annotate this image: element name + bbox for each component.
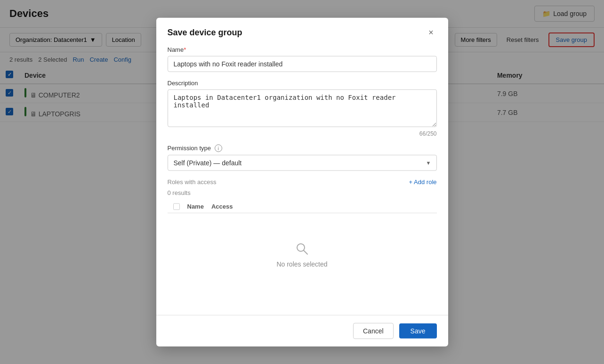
col-name-label: Name (187, 203, 204, 210)
roles-select-all-checkbox[interactable] (173, 203, 180, 210)
modal-header: Save device group × (156, 17, 448, 46)
description-textarea[interactable]: Laptops in Datacenter1 organization with… (168, 89, 437, 127)
search-icon (295, 242, 310, 257)
roles-section: Roles with access + Add role 0 results N… (168, 178, 437, 296)
char-count: 66/250 (168, 130, 437, 137)
col-access-label: Access (211, 203, 233, 210)
description-section: Description Laptops in Datacenter1 organ… (168, 79, 437, 137)
close-button[interactable]: × (426, 27, 437, 38)
modal-body: Name* Description Laptops in Datacenter1… (156, 46, 448, 315)
name-section: Name* (168, 46, 437, 72)
roles-results-count: 0 results (168, 189, 437, 196)
roles-label: Roles with access (168, 178, 217, 186)
modal-title: Save device group (168, 28, 242, 38)
description-label: Description (168, 79, 437, 86)
roles-header: Roles with access + Add role (168, 178, 437, 186)
name-label: Name* (168, 46, 437, 53)
no-roles-area: No roles selected (168, 213, 437, 296)
roles-table-header: Name Access (168, 200, 437, 213)
permission-type-section: Permission type i Self (Private) — defau… (168, 144, 437, 171)
save-button[interactable]: Save (399, 324, 437, 339)
permission-type-label: Permission type i (168, 144, 437, 152)
no-roles-message: No roles selected (276, 260, 327, 268)
svg-line-1 (304, 251, 307, 254)
cancel-button[interactable]: Cancel (353, 323, 394, 339)
info-icon[interactable]: i (215, 145, 222, 152)
name-input[interactable] (168, 56, 437, 72)
permission-select-wrapper: Self (Private) — default Organization Cu… (168, 155, 437, 171)
modal-footer: Cancel Save (156, 315, 448, 347)
add-role-button[interactable]: + Add role (409, 178, 437, 186)
save-device-group-modal: Save device group × Name* Description La… (156, 17, 448, 347)
required-indicator: * (184, 46, 186, 53)
permission-type-select[interactable]: Self (Private) — default Organization Cu… (168, 155, 437, 171)
